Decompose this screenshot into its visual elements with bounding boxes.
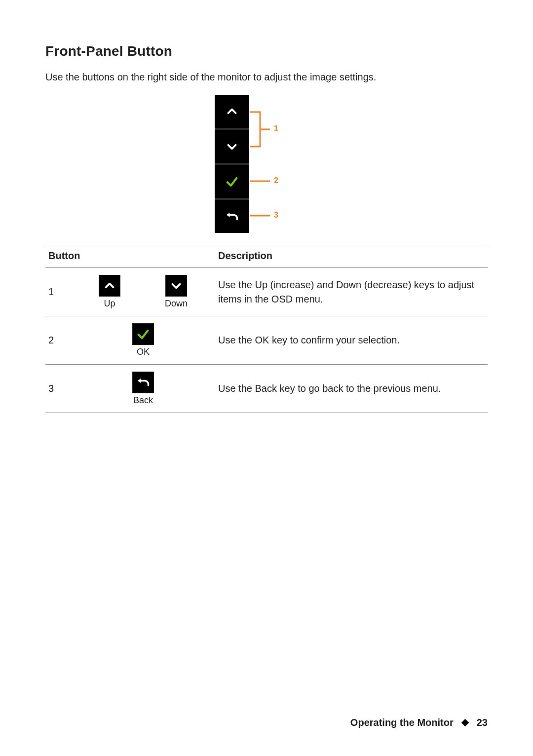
footer-section: Operating the Monitor [350, 717, 454, 728]
icon-label: Back [133, 395, 153, 406]
chevron-down-icon [226, 140, 238, 153]
return-icon [225, 210, 239, 224]
front-panel-diagram: 1 2 3 [215, 95, 318, 233]
callout-3: 3 [274, 211, 278, 220]
callout-2: 2 [274, 176, 278, 185]
table-row: 1 Up Down [45, 268, 488, 316]
check-icon [225, 175, 239, 189]
panel-button-ok [215, 164, 249, 199]
callout-1: 1 [274, 124, 278, 133]
button-table: Button Description 1 Up [45, 245, 488, 413]
ok-icon [132, 323, 154, 345]
row-desc: Use the OK key to confirm your selection… [215, 316, 488, 365]
icon-label: Up [104, 299, 115, 309]
row-num: 2 [45, 316, 71, 365]
footer-page-number: 23 [477, 717, 488, 728]
panel-button-up [215, 95, 249, 129]
icon-label: Down [165, 299, 188, 309]
row-num: 1 [45, 268, 71, 316]
panel-button-down [215, 129, 249, 164]
table-row: 2 OK Use the OK key to confirm your sele… [45, 316, 488, 365]
panel-button-back [215, 199, 249, 233]
intro-text: Use the buttons on the right side of the… [45, 70, 488, 84]
header-button: Button [45, 245, 215, 268]
icon-label: OK [137, 347, 150, 357]
header-description: Description [215, 245, 488, 268]
page-heading: Front-Panel Button [45, 43, 488, 59]
row-desc: Use the Up (increase) and Down (decrease… [215, 268, 488, 316]
row-num: 3 [45, 365, 71, 413]
table-row: 3 Back Use [45, 365, 488, 413]
page-footer: Operating the Monitor 23 [350, 717, 488, 728]
diamond-icon [461, 719, 469, 727]
chevron-up-icon [226, 105, 238, 118]
up-icon [99, 275, 120, 297]
down-icon [165, 275, 187, 297]
row-desc: Use the Back key to go back to the previ… [215, 365, 488, 413]
back-icon [132, 372, 154, 393]
